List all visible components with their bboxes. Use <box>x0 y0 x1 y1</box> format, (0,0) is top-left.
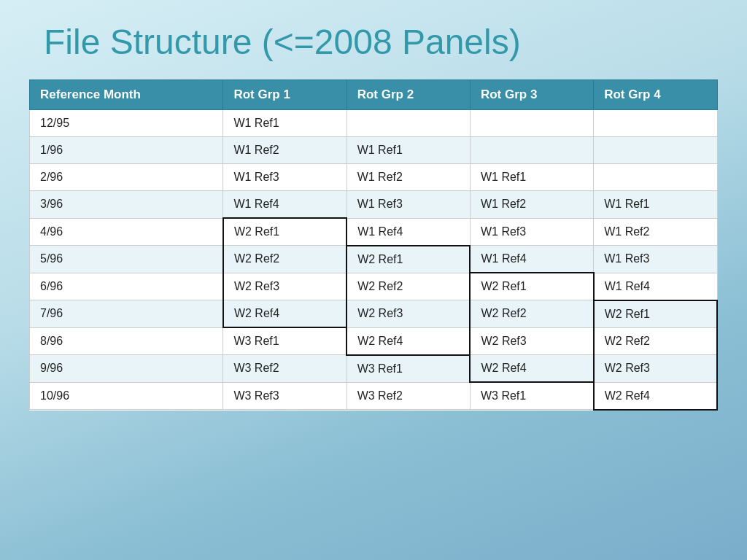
table-cell: W1 Ref3 <box>470 218 593 246</box>
table-wrapper: Reference Month Rot Grp 1 Rot Grp 2 Rot … <box>29 79 718 411</box>
table-cell: W1 Ref2 <box>594 218 717 246</box>
table-cell: W2 Ref2 <box>347 273 470 300</box>
table-cell: W1 Ref1 <box>594 191 717 219</box>
table-cell: W2 Ref1 <box>347 246 470 273</box>
col-header-rot-grp-2: Rot Grp 2 <box>347 80 470 110</box>
table-cell: W2 Ref4 <box>470 355 593 383</box>
main-table: Reference Month Rot Grp 1 Rot Grp 2 Rot … <box>29 79 718 411</box>
table-cell: W2 Ref2 <box>223 246 347 273</box>
table-cell <box>594 164 717 191</box>
table-cell: W3 Ref1 <box>470 382 593 410</box>
table-cell: W3 Ref2 <box>347 382 470 410</box>
table-cell: W1 Ref1 <box>223 110 347 137</box>
table-cell: W1 Ref4 <box>594 273 717 300</box>
table-cell: W1 Ref2 <box>347 164 470 191</box>
table-cell: W2 Ref2 <box>470 300 593 328</box>
table-cell: W1 Ref4 <box>347 218 470 246</box>
table-cell: W1 Ref1 <box>347 137 470 164</box>
table-row: 4/96W2 Ref1W1 Ref4W1 Ref3W1 Ref2 <box>30 218 718 246</box>
table-cell: W1 Ref3 <box>223 164 347 191</box>
table-cell: W2 Ref4 <box>347 327 470 355</box>
table-cell <box>470 110 593 137</box>
table-cell: 9/96 <box>30 355 223 383</box>
table-cell: W1 Ref2 <box>470 191 593 219</box>
table-cell: W2 Ref2 <box>594 327 717 355</box>
table-cell: W2 Ref4 <box>594 382 717 410</box>
table-cell <box>347 110 470 137</box>
table-cell: W1 Ref2 <box>223 137 347 164</box>
table-cell <box>594 137 717 164</box>
table-row: 1/96W1 Ref2W1 Ref1 <box>30 137 718 164</box>
table-cell: 4/96 <box>30 218 223 246</box>
table-row: 2/96W1 Ref3W1 Ref2W1 Ref1 <box>30 164 718 191</box>
col-header-rot-grp-4: Rot Grp 4 <box>594 80 717 110</box>
table-row: 6/96W2 Ref3W2 Ref2W2 Ref1W1 Ref4 <box>30 273 718 300</box>
table-row: 3/96W1 Ref4W1 Ref3W1 Ref2W1 Ref1 <box>30 191 718 219</box>
table-cell: W1 Ref4 <box>470 246 593 273</box>
table-cell: W2 Ref1 <box>470 273 593 300</box>
table-cell: 6/96 <box>30 273 223 300</box>
table-cell: W1 Ref4 <box>223 191 347 219</box>
table-cell: W2 Ref1 <box>594 300 717 328</box>
table-cell: W3 Ref1 <box>223 327 347 355</box>
col-header-rot-grp-3: Rot Grp 3 <box>470 80 593 110</box>
table-cell: 7/96 <box>30 300 223 328</box>
table-cell: W2 Ref4 <box>223 300 347 328</box>
table-cell: 5/96 <box>30 246 223 273</box>
table-cell: W2 Ref3 <box>594 355 717 383</box>
table-cell: 2/96 <box>30 164 223 191</box>
table-cell: 12/95 <box>30 110 223 137</box>
table-cell: W2 Ref3 <box>223 273 347 300</box>
table-cell: W2 Ref3 <box>470 327 593 355</box>
table-cell: W1 Ref3 <box>347 191 470 219</box>
col-header-rot-grp-1: Rot Grp 1 <box>223 80 347 110</box>
col-header-reference-month: Reference Month <box>30 80 223 110</box>
table-cell: W3 Ref2 <box>223 355 347 383</box>
table-cell: 3/96 <box>30 191 223 219</box>
table-cell: 8/96 <box>30 327 223 355</box>
table-row: 10/96W3 Ref3W3 Ref2W3 Ref1W2 Ref4 <box>30 382 718 410</box>
table-row: 7/96W2 Ref4W2 Ref3W2 Ref2W2 Ref1 <box>30 300 718 328</box>
table-cell <box>594 110 717 137</box>
table-row: 5/96W2 Ref2W2 Ref1W1 Ref4W1 Ref3 <box>30 246 718 273</box>
table-cell: W3 Ref1 <box>347 355 470 383</box>
table-row: 8/96W3 Ref1W2 Ref4W2 Ref3W2 Ref2 <box>30 327 718 355</box>
table-cell: W2 Ref1 <box>223 218 347 246</box>
table-cell: 1/96 <box>30 137 223 164</box>
table-cell: 10/96 <box>30 382 223 410</box>
table-cell <box>470 137 593 164</box>
table-cell: W1 Ref3 <box>594 246 717 273</box>
table-cell: W1 Ref1 <box>470 164 593 191</box>
table-row: 12/95W1 Ref1 <box>30 110 718 137</box>
table-row: 9/96W3 Ref2W3 Ref1W2 Ref4W2 Ref3 <box>30 355 718 383</box>
table-cell: W2 Ref3 <box>347 300 470 328</box>
table-cell: W3 Ref3 <box>223 382 347 410</box>
page-title: File Structure (<=2008 Panels) <box>29 22 521 62</box>
table-header-row: Reference Month Rot Grp 1 Rot Grp 2 Rot … <box>30 80 718 110</box>
